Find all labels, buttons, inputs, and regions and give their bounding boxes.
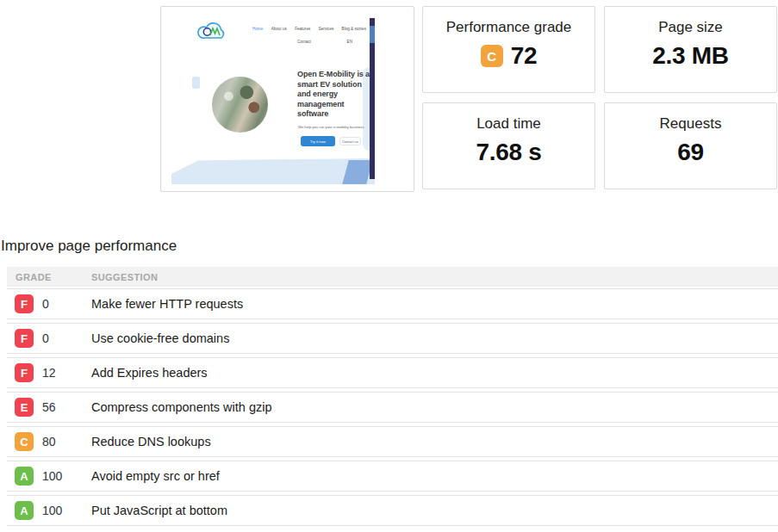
preview-nav-item: Services bbox=[319, 27, 334, 31]
suggestion-text: Avoid empty src or href bbox=[91, 469, 220, 483]
metric-value: 2.3 MB bbox=[652, 42, 728, 70]
metric-card-requests: Requests 69 bbox=[604, 102, 777, 189]
suggestion-score: 100 bbox=[42, 469, 77, 483]
suggestion-score: 56 bbox=[42, 400, 77, 414]
metric-card-load-time: Load time 7.68 s bbox=[422, 102, 595, 189]
preview-cta-secondary: Contact us bbox=[339, 137, 361, 145]
grade-badge: E bbox=[15, 398, 34, 417]
suggestion-score: 12 bbox=[42, 366, 77, 380]
suggestion-score: 100 bbox=[42, 504, 77, 517]
metric-value: 69 bbox=[677, 139, 704, 166]
preview-nav: HomeAbout usFeaturesServicesBlog & stori… bbox=[252, 27, 366, 31]
grade-badge: C bbox=[481, 45, 503, 67]
suggestion-text: Compress components with gzip bbox=[91, 400, 272, 414]
table-body: F 0 Make fewer HTTP requests F 0 Use coo… bbox=[7, 288, 778, 526]
grade-badge: C bbox=[15, 432, 34, 451]
preview-hero-title: Open E-Mobility is a smart EV solution a… bbox=[297, 70, 373, 120]
preview-nav-item: Home bbox=[252, 27, 263, 31]
website-preview-card: HomeAbout usFeaturesServicesBlog & stori… bbox=[160, 6, 414, 192]
suggestion-text: Reduce DNS lookups bbox=[91, 435, 211, 448]
suggestion-row[interactable]: C 80 Reduce DNS lookups bbox=[7, 426, 778, 457]
suggestion-text: Add Expires headers bbox=[91, 366, 208, 380]
preview-nav-item: Features bbox=[295, 27, 310, 31]
suggestion-row[interactable]: F 0 Make fewer HTTP requests bbox=[7, 288, 778, 319]
suggestion-score: 80 bbox=[42, 435, 77, 448]
preview-nav-item: About us bbox=[271, 27, 287, 31]
suggestion-row[interactable]: A 100 Put JavaScript at bottom bbox=[7, 495, 778, 526]
suggestion-text: Use cookie-free domains bbox=[91, 331, 229, 345]
metric-label: Page size bbox=[658, 19, 723, 36]
suggestion-row[interactable]: F 12 Add Expires headers bbox=[7, 357, 778, 388]
site-logo-icon bbox=[196, 18, 227, 47]
grade-badge: F bbox=[15, 329, 34, 348]
preview-nav-item: Blog & stories bbox=[342, 27, 366, 31]
metric-card-performance-grade: Performance grade C 72 bbox=[422, 6, 595, 93]
metric-value: 7.68 s bbox=[476, 139, 541, 166]
preview-cta-primary: Try it now bbox=[301, 136, 335, 146]
grade-badge: A bbox=[15, 467, 34, 486]
column-header-suggestion: SUGGESTION bbox=[91, 272, 158, 282]
preview-scrollbar-thumb bbox=[370, 26, 375, 43]
grade-badge: F bbox=[15, 294, 34, 313]
section-title: Improve page performance bbox=[1, 238, 177, 255]
metric-card-page-size: Page size 2.3 MB bbox=[604, 6, 777, 93]
suggestion-row[interactable]: E 56 Compress components with gzip bbox=[7, 392, 778, 423]
suggestion-row[interactable]: A 100 Avoid empty src or href bbox=[7, 461, 778, 492]
suggestions-table: GRADE SUGGESTION F 0 Make fewer HTTP req… bbox=[7, 267, 778, 529]
suggestion-text: Put JavaScript at bottom bbox=[91, 504, 227, 517]
suggestion-text: Make fewer HTTP requests bbox=[91, 297, 243, 311]
preview-scrollbar bbox=[370, 18, 375, 179]
metric-label: Load time bbox=[476, 115, 541, 133]
column-header-grade: GRADE bbox=[16, 272, 91, 282]
speed-test-results-page: HomeAbout usFeaturesServicesBlog & stori… bbox=[0, 0, 778, 532]
suggestion-score: 0 bbox=[42, 297, 77, 311]
preview-decor-rect bbox=[192, 77, 200, 89]
grade-badge: F bbox=[15, 363, 34, 382]
preview-hero-subtitle: We help you run your e-mobility business bbox=[298, 125, 375, 129]
metric-value: 72 bbox=[511, 42, 538, 70]
preview-nav-item: Contact bbox=[297, 40, 311, 44]
suggestion-row[interactable]: F 0 Use cookie-free domains bbox=[7, 323, 778, 354]
preview-nav-secondary: ContactEN bbox=[297, 40, 352, 44]
preview-nav-item: EN bbox=[347, 40, 352, 44]
metric-label: Performance grade bbox=[446, 19, 572, 36]
table-header-row: GRADE SUGGESTION bbox=[7, 267, 778, 287]
website-screenshot: HomeAbout usFeaturesServicesBlog & stori… bbox=[171, 12, 375, 184]
metric-label: Requests bbox=[660, 115, 722, 133]
preview-hero-photo bbox=[212, 77, 268, 133]
grade-badge: A bbox=[15, 501, 34, 520]
suggestion-score: 0 bbox=[42, 331, 77, 345]
